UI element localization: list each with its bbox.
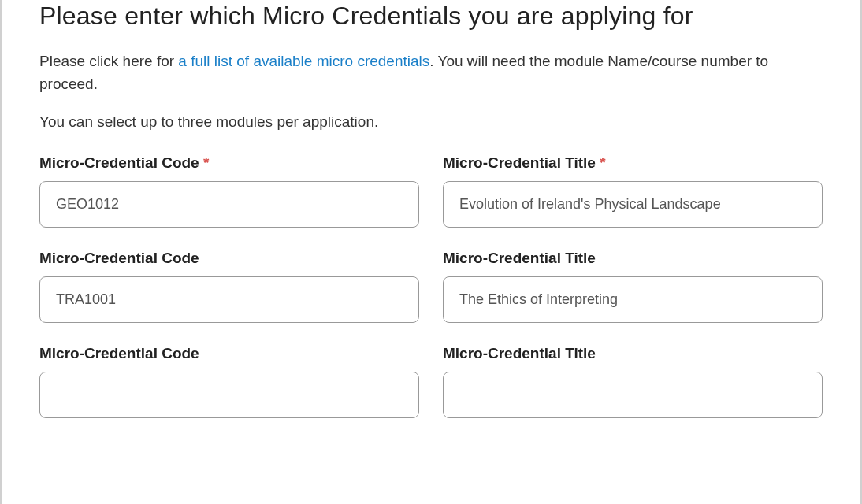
credential-code-label-1: Micro-Credential Code * — [39, 154, 419, 172]
credential-title-field-1: Micro-Credential Title * — [443, 154, 823, 228]
page-title: Please enter which Micro Credentials you… — [39, 0, 823, 50]
credential-title-label-1: Micro-Credential Title * — [443, 154, 823, 172]
required-mark: * — [203, 154, 209, 171]
credential-title-field-2: Micro-Credential Title — [443, 250, 823, 323]
credential-code-field-1: Micro-Credential Code * — [39, 154, 419, 228]
credential-code-field-2: Micro-Credential Code — [39, 250, 419, 323]
credential-code-input-1[interactable] — [39, 181, 419, 228]
credential-title-field-3: Micro-Credential Title — [443, 345, 823, 418]
required-mark: * — [600, 154, 605, 171]
credential-title-label-3: Micro-Credential Title — [443, 345, 823, 362]
credential-code-label-3: Micro-Credential Code — [39, 345, 419, 362]
intro-prefix: Please click here for — [39, 53, 178, 69]
credential-title-label-2: Micro-Credential Title — [443, 250, 823, 267]
intro-text: Please click here for a full list of ava… — [39, 50, 823, 96]
form-page: Please enter which Micro Credentials you… — [0, 0, 862, 504]
credential-title-input-2[interactable] — [443, 276, 823, 323]
credentials-form-grid: Micro-Credential Code * Micro-Credential… — [39, 154, 823, 418]
credential-title-input-3[interactable] — [443, 372, 823, 418]
credential-code-input-3[interactable] — [39, 372, 419, 418]
credentials-list-link[interactable]: a full list of available micro credentia… — [178, 53, 429, 69]
credential-code-input-2[interactable] — [39, 276, 419, 323]
credential-code-label-2: Micro-Credential Code — [39, 250, 419, 267]
credential-code-field-3: Micro-Credential Code — [39, 345, 419, 418]
credential-title-input-1[interactable] — [443, 181, 823, 228]
selection-note: You can select up to three modules per a… — [39, 113, 823, 131]
